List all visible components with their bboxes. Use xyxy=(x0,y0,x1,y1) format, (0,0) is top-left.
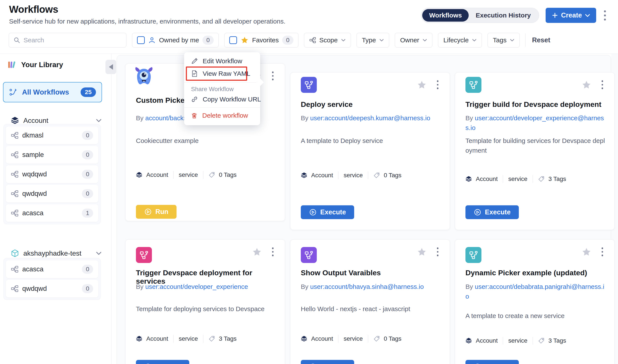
card-overflow-menu[interactable] xyxy=(272,71,274,82)
owned-by-me-checkbox[interactable] xyxy=(137,36,145,44)
sidebar-item-acasca-2[interactable]: acasca 0 xyxy=(6,260,98,278)
card-title: Dynamic Picker example (updated) xyxy=(465,269,605,277)
scope-dropdown[interactable]: Scope xyxy=(304,33,351,48)
sidebar-group-akshayphadke-test[interactable]: akshayphadke-test xyxy=(11,249,102,257)
reset-filters-button[interactable]: Reset xyxy=(532,36,550,44)
card-tags: 0 Tags xyxy=(384,172,402,179)
sidebar-item-dkmasl[interactable]: dkmasl 0 xyxy=(6,127,98,144)
by-label: By xyxy=(465,115,473,122)
sidebar-item-qwdqwd[interactable]: qwdqwd 0 xyxy=(6,185,98,203)
sidebar-item-qwdqwd-2[interactable]: qwdqwd 0 xyxy=(6,280,98,298)
owner-link[interactable]: user:account/developer_experience xyxy=(145,283,248,290)
tags-dropdown[interactable]: Tags xyxy=(487,33,520,48)
sidebar-item-acasca[interactable]: acasca 1 xyxy=(6,204,98,222)
person-icon xyxy=(148,37,156,44)
workflow-card-trigger-build[interactable]: Trigger build for Devspace deployment By… xyxy=(455,72,615,230)
chevron-down-icon[interactable] xyxy=(96,251,102,255)
card-title: Deploy service xyxy=(301,100,440,109)
card-footer: Account service 3 Tags xyxy=(136,335,237,343)
chevron-down-icon[interactable] xyxy=(96,119,102,122)
menu-divider xyxy=(184,82,260,83)
tab-execution-history[interactable]: Execution History xyxy=(469,9,537,22)
tab-workflows[interactable]: Workflows xyxy=(422,9,469,22)
sidebar-item-wqdqwd[interactable]: wqdqwd 0 xyxy=(6,165,98,183)
card-footer: Account service 0 Tags xyxy=(301,335,402,343)
execute-button[interactable]: Execute xyxy=(301,360,354,364)
card-overflow-menu[interactable] xyxy=(602,80,603,91)
org-icon xyxy=(11,132,18,139)
org-icon xyxy=(11,285,18,292)
favorite-star-icon[interactable] xyxy=(417,80,427,90)
card-context-menu: Edit Workflow View Raw YAML Share Workfl… xyxy=(184,52,260,125)
by-label: By xyxy=(301,283,308,290)
card-overflow-menu[interactable] xyxy=(602,247,603,258)
all-workflows-count: 25 xyxy=(81,87,96,97)
card-tags: 3 Tags xyxy=(549,337,566,344)
card-overflow-menu[interactable] xyxy=(272,247,274,258)
execute-button[interactable]: Execute xyxy=(136,360,189,364)
by-label: By xyxy=(301,115,308,122)
menu-item-view-raw-yaml[interactable]: View Raw YAML xyxy=(184,67,257,80)
card-owner-line: By user:account/deepesh.kumar@harness.io xyxy=(301,113,441,123)
card-overflow-menu[interactable] xyxy=(437,247,439,258)
page-title: Workflows xyxy=(9,3,58,15)
search-input[interactable] xyxy=(24,37,122,44)
create-button[interactable]: Create xyxy=(546,8,596,23)
sidebar-item-count: 0 xyxy=(82,150,93,159)
lifecycle-dropdown-label: Lifecycle xyxy=(443,37,469,44)
owner-link[interactable]: user:account/developer_experience@harnes… xyxy=(465,115,604,131)
card-scope: Account xyxy=(311,335,333,342)
play-icon xyxy=(474,363,482,364)
favorite-star-icon[interactable] xyxy=(581,247,591,257)
owner-dropdown[interactable]: Owner xyxy=(395,33,432,48)
card-type: service xyxy=(344,335,363,342)
execute-button[interactable]: Execute xyxy=(301,205,354,219)
owner-link[interactable]: user:account/debabrata.panigrahi@harness… xyxy=(465,283,605,300)
card-overflow-menu[interactable] xyxy=(437,80,439,91)
card-footer: Account service 3 Tags xyxy=(465,175,566,183)
owner-link[interactable]: account/backs xyxy=(145,115,187,122)
menu-item-label: Delete workflow xyxy=(202,112,248,119)
layers-icon xyxy=(301,172,307,179)
card-type: service xyxy=(508,337,527,344)
execute-button-label: Execute xyxy=(485,363,511,364)
favorite-star-icon[interactable] xyxy=(581,80,591,90)
workflow-tile-icon xyxy=(465,77,482,93)
favorites-checkbox[interactable] xyxy=(229,36,237,44)
menu-item-delete-workflow[interactable]: Delete workflow xyxy=(184,110,260,121)
workflows-page: Workflows Self-service hub for new appli… xyxy=(0,0,618,364)
sidebar-group-account[interactable]: Account xyxy=(11,116,102,125)
menu-item-copy-workflow-url[interactable]: Copy Workflow URL xyxy=(184,93,260,105)
owner-link[interactable]: user:account/bhavya.sinha@harness.io xyxy=(310,283,424,290)
workflow-tile-icon xyxy=(136,247,152,263)
run-button-label: Run xyxy=(155,208,168,216)
workflow-tile-icon xyxy=(301,77,317,93)
sidebar-group-akshayphadke-items: acasca 0 qwdqwd 0 xyxy=(3,258,101,300)
execute-button[interactable]: Execute xyxy=(465,360,519,364)
favorites-filter[interactable]: Favorites 0 xyxy=(224,33,298,48)
tags-dropdown-label: Tags xyxy=(493,37,507,44)
type-dropdown[interactable]: Type xyxy=(357,33,389,48)
workflow-card-trigger-devspace[interactable]: Trigger Devspace deployment for services… xyxy=(125,239,285,364)
search-box xyxy=(9,33,126,48)
run-button[interactable]: Run xyxy=(136,205,176,219)
layers-icon xyxy=(465,176,472,182)
header-overflow-menu[interactable] xyxy=(603,9,607,22)
workflow-card-show-output-variables[interactable]: Show Output Varaibles By user:account/bh… xyxy=(290,239,450,364)
execute-button[interactable]: Execute xyxy=(465,205,519,219)
sidebar-item-sample[interactable]: sample 0 xyxy=(6,146,98,164)
owner-link[interactable]: user:account/deepesh.kumar@harness.io xyxy=(310,115,430,122)
lifecycle-dropdown[interactable]: Lifecycle xyxy=(438,33,482,48)
sidebar-item-all-workflows[interactable]: All Workflows 25 xyxy=(3,82,102,102)
favorite-star-icon[interactable] xyxy=(252,247,262,257)
chevron-down-icon xyxy=(341,39,346,41)
workflow-card-deploy-service[interactable]: Deploy service By user:account/deepesh.k… xyxy=(290,72,450,230)
plus-icon xyxy=(552,12,558,19)
menu-item-edit-workflow[interactable]: Edit Workflow xyxy=(184,55,260,67)
org-icon xyxy=(11,170,18,178)
sidebar-collapse-button[interactable] xyxy=(106,60,116,74)
owned-by-me-filter[interactable]: Owned by me 0 xyxy=(132,33,219,48)
workflow-card-dynamic-picker[interactable]: Dynamic Picker example (updated) By user… xyxy=(455,239,615,364)
tag-icon xyxy=(538,338,545,344)
favorite-star-icon[interactable] xyxy=(417,247,427,257)
